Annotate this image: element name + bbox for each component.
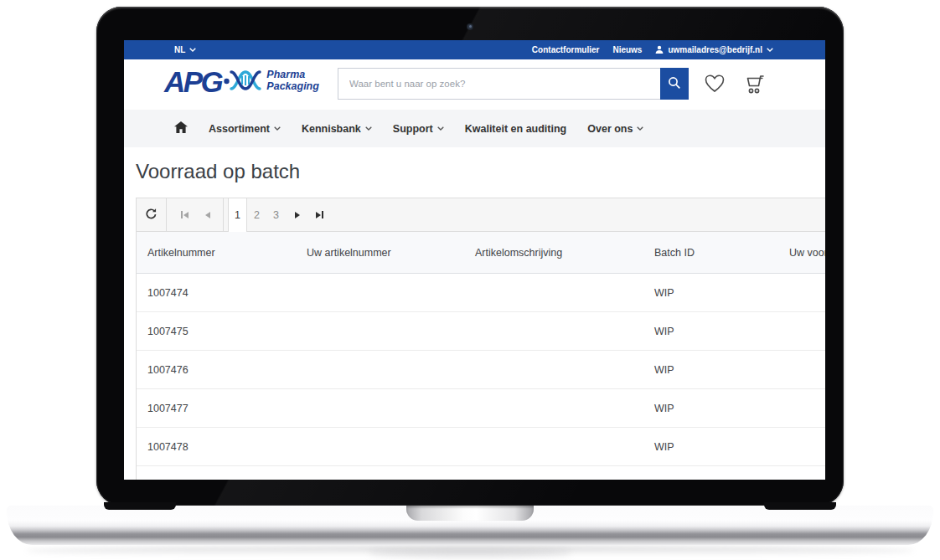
nav-item-kennisbank[interactable]: Kennisbank bbox=[302, 123, 372, 135]
table-row: 1007478WIP bbox=[137, 428, 825, 466]
next-page-arrow bbox=[295, 212, 300, 218]
chevron-down-icon bbox=[437, 126, 444, 131]
column-header: Artikelnummer bbox=[137, 247, 296, 259]
top-utility-bar: NL Contactformulier Nieuws uwmailadres@b… bbox=[124, 40, 825, 59]
last-page-bar bbox=[322, 211, 323, 218]
table-body: 1007474WIP1007475WIP1007476WIP1007477WIP… bbox=[137, 274, 825, 466]
table-cell: 1007475 bbox=[137, 326, 296, 337]
company-logo[interactable]: APG Pharma Packaging bbox=[164, 66, 319, 96]
chevron-down-icon bbox=[365, 126, 372, 131]
logo-tagline: Pharma Packaging bbox=[266, 69, 319, 93]
nav-item-label: Support bbox=[393, 123, 433, 135]
logo-tagline-line1: Pharma bbox=[266, 69, 319, 81]
laptop-mockup: NL Contactformulier Nieuws uwmailadres@b… bbox=[0, 0, 940, 560]
logo-abbr: APG bbox=[164, 67, 221, 96]
home-nav-button[interactable] bbox=[174, 121, 188, 136]
pager-page-1[interactable]: 1 bbox=[228, 198, 247, 232]
account-email: uwmailadres@bedrijf.nl bbox=[668, 45, 762, 54]
previous-page-button[interactable] bbox=[196, 198, 219, 232]
nav-item-kwaliteit-en-auditing[interactable]: Kwaliteit en auditing bbox=[465, 123, 567, 135]
last-page-button[interactable] bbox=[308, 198, 331, 232]
laptop-reflection-center bbox=[369, 548, 571, 557]
nav-item-label: Kwaliteit en auditing bbox=[465, 123, 567, 135]
table-cell: 1007476 bbox=[137, 364, 296, 376]
pager-divider bbox=[223, 198, 224, 232]
chevron-down-icon bbox=[767, 48, 773, 52]
grid-toolbar: 123 bbox=[137, 198, 825, 232]
search-bar bbox=[338, 68, 689, 100]
table-row: 1007476WIP bbox=[137, 351, 825, 389]
user-icon bbox=[655, 45, 664, 55]
first-page-arrow bbox=[183, 212, 189, 218]
dna-helix-icon bbox=[224, 68, 262, 96]
hinge-foot-left bbox=[104, 502, 176, 510]
table-cell: WIP bbox=[643, 403, 778, 414]
logo-tagline-line2: Packaging bbox=[266, 81, 319, 93]
table-cell: WIP bbox=[643, 364, 778, 376]
table-row-partial bbox=[137, 466, 825, 480]
refresh-icon bbox=[145, 208, 158, 223]
nav-item-over-ons[interactable]: Over ons bbox=[587, 123, 643, 135]
contact-form-link[interactable]: Contactformulier bbox=[532, 45, 600, 54]
previous-page-arrow bbox=[205, 212, 210, 218]
cart-button[interactable] bbox=[743, 74, 766, 98]
laptop-base-notch bbox=[406, 506, 534, 521]
news-link[interactable]: Nieuws bbox=[612, 45, 642, 54]
table-cell: 1007474 bbox=[137, 287, 296, 299]
table-cell: 1007477 bbox=[137, 403, 296, 414]
nav-item-label: Assortiment bbox=[209, 123, 270, 135]
main-nav-items: AssortimentKennisbankSupportKwaliteit en… bbox=[209, 123, 643, 135]
table-row: 1007474WIP bbox=[137, 274, 825, 312]
language-selector[interactable]: NL bbox=[174, 45, 196, 54]
topbar-links: Contactformulier Nieuws uwmailadres@bedr… bbox=[532, 45, 773, 55]
heart-icon bbox=[704, 84, 726, 96]
cart-icon bbox=[743, 85, 766, 98]
refresh-button[interactable] bbox=[137, 198, 167, 232]
column-header: Uw voorraad bbox=[778, 247, 825, 259]
pager-page-2[interactable]: 2 bbox=[247, 198, 266, 232]
browser-screen: NL Contactformulier Nieuws uwmailadres@b… bbox=[124, 40, 825, 480]
table-cell: 1007478 bbox=[137, 441, 296, 453]
hinge-foot-right bbox=[764, 502, 836, 510]
search-button[interactable] bbox=[660, 68, 689, 100]
table-cell: WIP bbox=[643, 441, 778, 453]
pager: 123 bbox=[173, 198, 331, 232]
language-label: NL bbox=[174, 45, 185, 54]
search-icon bbox=[668, 76, 681, 92]
home-icon bbox=[174, 121, 188, 136]
table-row: 1007477WIP bbox=[137, 389, 825, 428]
next-page-button[interactable] bbox=[286, 198, 308, 232]
account-menu[interactable]: uwmailadres@bedrijf.nl bbox=[655, 45, 773, 55]
wishlist-button[interactable] bbox=[704, 74, 726, 96]
batch-stock-grid: 123 ArtikelnummerUw artikelnummerArtikel… bbox=[136, 198, 825, 480]
pager-pages: 123 bbox=[228, 198, 286, 232]
table-row: 1007475WIP bbox=[137, 312, 825, 351]
first-page-button[interactable] bbox=[173, 198, 196, 232]
column-header: Artikelomschrijving bbox=[464, 247, 643, 259]
nav-item-assortiment[interactable]: Assortiment bbox=[209, 123, 281, 135]
nav-item-label: Kennisbank bbox=[302, 123, 361, 135]
nav-item-support[interactable]: Support bbox=[393, 123, 444, 135]
last-page-arrow bbox=[316, 212, 321, 218]
table-header-row: ArtikelnummerUw artikelnummerArtikelomsc… bbox=[137, 232, 825, 274]
nav-item-label: Over ons bbox=[587, 123, 633, 135]
search-input[interactable] bbox=[338, 69, 688, 99]
first-page-bar bbox=[181, 211, 183, 218]
column-header: Batch ID bbox=[643, 247, 778, 259]
chevron-down-icon bbox=[189, 48, 196, 52]
pager-page-3[interactable]: 3 bbox=[266, 198, 286, 232]
webcam-dot bbox=[467, 23, 473, 30]
page-title: Voorraad op batch bbox=[136, 160, 300, 183]
column-header: Uw artikelnummer bbox=[296, 247, 464, 259]
chevron-down-icon bbox=[274, 126, 281, 131]
main-nav: AssortimentKennisbankSupportKwaliteit en… bbox=[124, 110, 825, 147]
table-cell: WIP bbox=[643, 287, 778, 299]
site-header: APG Pharma Packaging bbox=[124, 59, 825, 110]
chevron-down-icon bbox=[637, 126, 643, 131]
table-cell: WIP bbox=[643, 326, 778, 337]
